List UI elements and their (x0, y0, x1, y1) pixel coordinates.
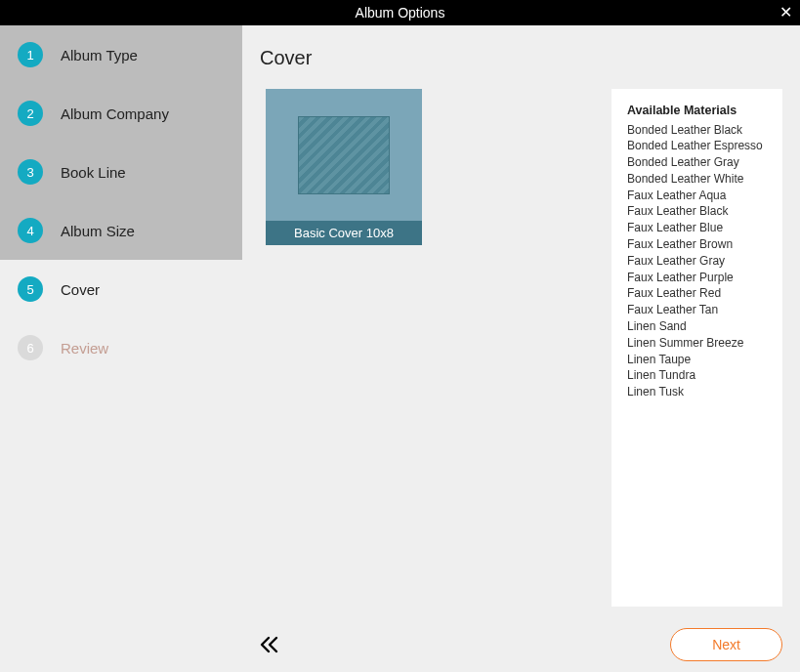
materials-header: Available Materials (627, 103, 767, 120)
content-row: Basic Cover 10x8 Available Materials Bon… (260, 89, 782, 607)
step-badge: 4 (18, 218, 43, 243)
step-badge: 3 (18, 159, 43, 185)
step-review: 6 Review (0, 318, 242, 377)
cover-caption: Basic Cover 10x8 (266, 221, 422, 245)
next-button[interactable]: Next (670, 628, 782, 661)
material-item[interactable]: Faux Leather Tan (627, 302, 767, 318)
material-item[interactable]: Bonded Leather Gray (627, 154, 767, 171)
window-title: Album Options (356, 5, 445, 21)
step-label: Book Line (61, 164, 126, 181)
material-item[interactable]: Faux Leather Purple (627, 270, 767, 286)
step-badge: 5 (18, 276, 43, 302)
material-item[interactable]: Linen Summer Breeze (627, 335, 767, 352)
page-title: Cover (260, 47, 782, 69)
sidebar-completed-group: 1 Album Type 2 Album Company 3 Book Line… (0, 25, 242, 260)
step-album-type[interactable]: 1 Album Type (0, 25, 242, 84)
step-cover[interactable]: 5 Cover (0, 260, 242, 318)
back-button[interactable] (260, 636, 279, 653)
material-item[interactable]: Linen Taupe (627, 352, 767, 368)
step-label: Album Type (61, 47, 138, 63)
cover-pattern-swatch (298, 116, 390, 194)
step-label: Review (61, 340, 108, 357)
material-item[interactable]: Linen Tundra (627, 367, 767, 384)
material-item[interactable]: Linen Sand (627, 318, 767, 335)
double-chevron-left-icon (260, 636, 279, 653)
step-label: Album Company (61, 105, 169, 122)
sidebar: 1 Album Type 2 Album Company 3 Book Line… (0, 25, 242, 672)
step-album-size[interactable]: 4 Album Size (0, 201, 242, 260)
material-item[interactable]: Linen Tusk (627, 384, 767, 400)
step-book-line[interactable]: 3 Book Line (0, 143, 242, 201)
material-item[interactable]: Faux Leather Aqua (627, 188, 767, 204)
material-item[interactable]: Faux Leather Red (627, 285, 767, 302)
material-item[interactable]: Bonded Leather Espresso (627, 138, 767, 154)
step-badge: 1 (18, 42, 43, 67)
cover-card[interactable]: Basic Cover 10x8 (266, 89, 422, 245)
window-header: Album Options ✕ (0, 0, 800, 25)
material-item[interactable]: Faux Leather Black (627, 203, 767, 220)
step-badge: 2 (18, 101, 43, 126)
material-item[interactable]: Faux Leather Gray (627, 253, 767, 270)
main-panel: Cover Basic Cover 10x8 Available Materia… (242, 25, 800, 672)
step-badge: 6 (18, 335, 43, 360)
footer-bar: Next (242, 617, 800, 672)
step-album-company[interactable]: 2 Album Company (0, 84, 242, 143)
cover-image (266, 89, 422, 221)
material-item[interactable]: Bonded Leather White (627, 171, 767, 188)
material-item[interactable]: Bonded Leather Black (627, 122, 767, 139)
materials-list: Bonded Leather BlackBonded Leather Espre… (627, 122, 767, 401)
close-icon[interactable]: ✕ (779, 5, 792, 21)
step-label: Album Size (61, 223, 135, 239)
body: 1 Album Type 2 Album Company 3 Book Line… (0, 25, 800, 672)
material-item[interactable]: Faux Leather Brown (627, 236, 767, 253)
material-item[interactable]: Faux Leather Blue (627, 220, 767, 236)
materials-panel: Available Materials Bonded Leather Black… (611, 89, 782, 607)
step-label: Cover (61, 281, 100, 298)
